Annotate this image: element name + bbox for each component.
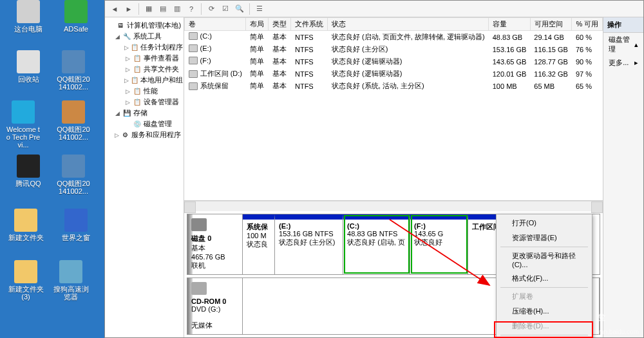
column-header[interactable]: 容量	[489, 18, 531, 31]
drive-icon	[189, 44, 198, 52]
back-icon[interactable]: ◄	[109, 3, 120, 15]
actions-header: 操作	[603, 17, 643, 33]
volume-table: 卷布局类型文件系统状态容量可用空间% 可用 (C:)简单基本NTFS状态良好 (…	[184, 17, 603, 92]
context-menu: 打开(O)资源管理器(E)更改驱动器号和路径(C)...格式化(F)...扩展卷…	[496, 214, 592, 338]
desktop-icon[interactable]: 搜狗高速浏览器	[53, 260, 89, 301]
column-header[interactable]: 状态	[328, 18, 489, 31]
find-icon[interactable]: 🔍	[234, 3, 245, 15]
disk0-header[interactable]: 磁盘 0 基本 465.76 GB 联机	[187, 214, 243, 274]
desktop-icon[interactable]: QQ截图20141002...	[55, 155, 91, 195]
nav-tree: 🖥计算机管理(本地) ◢🔧系统工具 ▷📋任务计划程序▷📋事件查看器▷📋共享文件夹…	[105, 17, 184, 337]
cdrom-icon	[191, 282, 207, 295]
desktop-icon[interactable]: QQ截图20141002...	[55, 100, 91, 141]
grid1-icon[interactable]: ▦	[143, 3, 155, 15]
refresh-icon[interactable]: ⟳	[205, 3, 217, 15]
tree-item[interactable]: ▷📋共享文件夹	[106, 64, 182, 75]
tree-item[interactable]: 💿磁盘管理	[106, 118, 182, 129]
tree-item[interactable]: ▷📋性能	[106, 86, 182, 97]
menu-item[interactable]: 扩展卷	[498, 289, 591, 304]
collapse-icon: ▴	[634, 41, 638, 49]
table-row[interactable]: (F:)简单基本NTFS状态良好 (逻辑驱动器)143.65 GB128.77 …	[185, 55, 603, 68]
grid3-icon[interactable]: ▥	[171, 3, 183, 15]
column-header[interactable]: % 可用	[572, 18, 603, 31]
table-row[interactable]: 系统保留简单基本NTFS状态良好 (系统, 活动, 主分区)100 MB65 M…	[185, 80, 603, 92]
desktop-icon[interactable]: 这台电脑	[10, 0, 46, 33]
chevron-right-icon: ▸	[634, 59, 638, 67]
menu-item[interactable]: 更改驱动器号和路径(C)...	[498, 249, 591, 271]
partition[interactable]: (E:)153.16 GB NTFS状态良好 (主分区)	[275, 214, 343, 274]
menu-item[interactable]: 打开(O)	[498, 216, 591, 230]
column-header[interactable]: 可用空间	[530, 18, 572, 31]
drive-icon	[189, 70, 198, 78]
help-icon[interactable]: ?	[185, 3, 197, 15]
list-icon[interactable]: ☰	[254, 3, 265, 15]
drive-icon	[189, 32, 198, 40]
toolbar: ◄ ► ▦ ▤ ▥ ? ⟳ ☑ 🔍 ☰	[105, 1, 643, 17]
actions-pane: 操作 磁盘管理▴ 更多...▸	[603, 17, 643, 337]
cdrom-header[interactable]: CD-ROM 0 DVD (G:) 无媒体	[187, 278, 243, 334]
actions-disk-mgmt[interactable]: 磁盘管理▴	[603, 33, 643, 56]
table-row[interactable]: (E:)简单基本NTFS状态良好 (主分区)153.16 GB116.15 GB…	[185, 43, 603, 55]
horizontal-scrollbar[interactable]	[184, 201, 603, 211]
column-header[interactable]: 卷	[185, 18, 246, 31]
desktop-icon[interactable]: 回收站	[10, 50, 46, 83]
menu-item[interactable]: 格式化(F)...	[498, 271, 591, 286]
tree-item[interactable]: ▷📋设备管理器	[106, 97, 182, 108]
forward-icon[interactable]: ►	[123, 3, 135, 15]
column-header[interactable]: 类型	[269, 18, 291, 31]
desktop-icon[interactable]: 腾讯QQ	[10, 155, 46, 187]
tree-item[interactable]: ▷📋事件查看器	[106, 53, 182, 64]
partition[interactable]: (C:)48.83 GB NTFS状态良好 (启动, 页	[343, 214, 410, 274]
desktop-icon[interactable]: ADSafe	[58, 0, 94, 33]
drive-icon	[189, 57, 198, 64]
tree-root[interactable]: 🖥计算机管理(本地)	[106, 20, 182, 31]
action-icon[interactable]: ☑	[220, 3, 231, 15]
grid2-icon[interactable]: ▤	[157, 3, 169, 15]
menu-item[interactable]: 资源管理器(E)	[498, 230, 591, 245]
desktop-icon[interactable]: 新建文件夹	[8, 209, 44, 241]
actions-more[interactable]: 更多...▸	[603, 56, 643, 70]
tree-storage[interactable]: ◢💾存储	[106, 108, 182, 118]
table-row[interactable]: 工作区间 (D:)简单基本NTFS状态良好 (逻辑驱动器)120.01 GB11…	[185, 68, 603, 80]
partition[interactable]: (F:)143.65 G状态良好	[410, 214, 468, 274]
menu-item[interactable]: 删除卷(D)...	[498, 319, 591, 333]
disk-icon	[191, 218, 207, 231]
menu-item[interactable]: 压缩卷(H)...	[498, 304, 591, 319]
tree-services[interactable]: ▷⚙服务和应用程序	[106, 129, 182, 140]
partition[interactable]: 系统保100 M状态良	[243, 214, 275, 274]
tree-system-tools[interactable]: ◢🔧系统工具	[106, 31, 182, 42]
desktop-icon[interactable]: 新建文件夹 (3)	[8, 260, 44, 301]
column-header[interactable]: 文件系统	[291, 18, 328, 31]
desktop-icon[interactable]: Welcome to Tech Previ...	[5, 100, 41, 149]
tree-item[interactable]: ▷📋本地用户和组	[106, 75, 182, 86]
table-row[interactable]: (C:)简单基本NTFS状态良好 (启动, 页面文件, 故障转储, 逻辑驱动器)…	[185, 31, 603, 44]
desktop-icon[interactable]: 世界之窗	[58, 209, 94, 241]
drive-icon	[189, 82, 198, 90]
tree-item[interactable]: ▷📋任务计划程序	[106, 42, 182, 53]
desktop-icon[interactable]: QQ截图20141002...	[55, 50, 91, 91]
column-header[interactable]: 布局	[246, 18, 269, 31]
